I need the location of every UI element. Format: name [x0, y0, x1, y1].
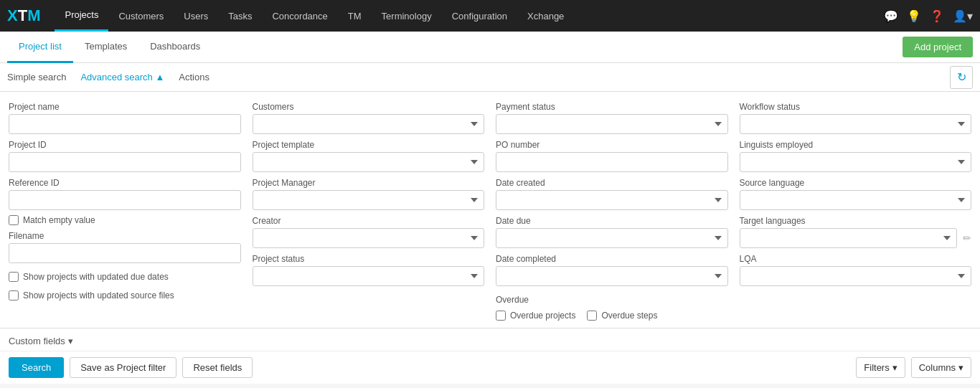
date-created-label: Date created — [496, 178, 728, 188]
simple-search-link[interactable]: Simple search — [7, 72, 66, 82]
tab-dashboards[interactable]: Dashboards — [138, 32, 212, 63]
form-grid: Project name Project ID Reference ID Mat… — [9, 102, 971, 321]
lightbulb-icon[interactable]: 💡 — [907, 9, 921, 23]
nav-item-tm[interactable]: TM — [338, 0, 372, 32]
nav-items: Projects Customers Users Tasks Concordan… — [55, 0, 884, 32]
po-number-input[interactable] — [496, 152, 728, 172]
updated-due-dates-checkbox[interactable] — [9, 272, 19, 282]
top-nav: XTM Projects Customers Users Tasks Conco… — [0, 0, 980, 32]
project-id-input[interactable] — [9, 152, 241, 172]
reset-fields-button[interactable]: Reset fields — [182, 357, 253, 378]
payment-status-label: Payment status — [496, 102, 728, 112]
advanced-search-panel: Project name Project ID Reference ID Mat… — [0, 92, 980, 328]
column-2: Customers Project template Project Manag… — [253, 102, 485, 321]
workflow-status-select[interactable] — [740, 114, 972, 134]
nav-item-customers[interactable]: Customers — [108, 0, 174, 32]
bottom-actions: Search Save as Project filter Reset fiel… — [0, 351, 980, 384]
custom-fields-button[interactable]: Custom fields ▾ — [9, 336, 73, 346]
lqa-group: LQA — [740, 254, 972, 286]
project-status-select[interactable] — [253, 266, 485, 286]
workflow-status-label: Workflow status — [740, 102, 972, 112]
add-project-button[interactable]: Add project — [903, 37, 973, 57]
customers-select[interactable] — [253, 114, 485, 134]
bottom-right: Filters ▾ Columns ▾ — [856, 357, 971, 378]
target-languages-group: Target languages ✏ — [740, 216, 972, 248]
filters-button[interactable]: Filters ▾ — [856, 357, 905, 378]
lqa-label: LQA — [740, 254, 972, 264]
date-created-select[interactable] — [496, 190, 728, 210]
target-languages-select[interactable] — [740, 228, 958, 248]
nav-item-configuration[interactable]: Configuration — [442, 0, 517, 32]
source-language-select[interactable] — [740, 190, 972, 210]
nav-item-terminology[interactable]: Terminology — [372, 0, 442, 32]
reference-id-label: Reference ID — [9, 178, 241, 188]
refresh-button[interactable]: ↻ — [950, 66, 973, 89]
nav-item-xchange[interactable]: Xchange — [517, 0, 574, 32]
chat-icon[interactable]: 💬 — [884, 9, 898, 23]
updated-source-files-row[interactable]: Show projects with updated source files — [9, 290, 241, 301]
project-name-group: Project name — [9, 102, 241, 134]
overdue-section: Overdue Overdue projects Overdue steps — [496, 295, 728, 321]
help-icon[interactable]: ❓ — [930, 9, 944, 23]
overdue-steps-checkbox[interactable] — [587, 311, 597, 321]
overdue-projects-label: Overdue projects — [510, 311, 575, 321]
filters-chevron-icon: ▾ — [892, 362, 897, 373]
project-status-label: Project status — [253, 254, 485, 264]
project-manager-label: Project Manager — [253, 178, 485, 188]
project-id-label: Project ID — [9, 140, 241, 150]
nav-item-tasks[interactable]: Tasks — [218, 0, 262, 32]
advanced-search-link[interactable]: Advanced search ▲ — [80, 72, 164, 82]
creator-select[interactable] — [253, 228, 485, 248]
columns-label: Columns — [919, 362, 956, 373]
overdue-steps-label: Overdue steps — [601, 311, 657, 321]
tab-templates[interactable]: Templates — [73, 32, 138, 63]
user-avatar[interactable]: 👤▾ — [953, 9, 973, 23]
columns-chevron-icon: ▾ — [958, 362, 963, 373]
tab-project-list[interactable]: Project list — [7, 32, 73, 63]
project-name-label: Project name — [9, 102, 241, 112]
date-completed-group: Date completed — [496, 254, 728, 286]
match-empty-row[interactable]: Match empty value — [9, 215, 241, 225]
edit-icon[interactable]: ✏ — [963, 232, 971, 244]
nav-right: 💬 💡 ❓ 👤▾ — [884, 9, 973, 23]
overdue-projects-checkbox[interactable] — [496, 311, 506, 321]
lqa-select[interactable] — [740, 266, 972, 286]
updated-due-dates-row[interactable]: Show projects with updated due dates — [9, 272, 241, 282]
source-language-group: Source language — [740, 178, 972, 210]
project-template-select[interactable] — [253, 152, 485, 172]
linguists-employed-group: Linguists employed — [740, 140, 972, 172]
nav-item-concordance[interactable]: Concordance — [262, 0, 337, 32]
save-filter-button[interactable]: Save as Project filter — [70, 357, 176, 378]
project-id-group: Project ID — [9, 140, 241, 172]
workflow-status-group: Workflow status — [740, 102, 972, 134]
columns-button[interactable]: Columns ▾ — [911, 357, 971, 378]
reference-id-group: Reference ID Match empty value — [9, 178, 241, 225]
project-manager-select[interactable] — [253, 190, 485, 210]
target-languages-label: Target languages — [740, 216, 972, 226]
filename-input[interactable] — [9, 243, 241, 263]
payment-status-select[interactable] — [496, 114, 728, 134]
updated-source-files-checkbox[interactable] — [9, 290, 19, 301]
nav-item-users[interactable]: Users — [174, 0, 218, 32]
linguists-employed-label: Linguists employed — [740, 140, 972, 150]
project-template-group: Project template — [253, 140, 485, 172]
overdue-steps-row[interactable]: Overdue steps — [587, 311, 657, 321]
custom-fields-row: Custom fields ▾ — [0, 328, 980, 351]
date-completed-select[interactable] — [496, 266, 728, 286]
customers-group: Customers — [253, 102, 485, 134]
nav-item-projects[interactable]: Projects — [55, 0, 108, 32]
date-due-select[interactable] — [496, 228, 728, 248]
project-manager-group: Project Manager — [253, 178, 485, 210]
match-empty-checkbox[interactable] — [9, 215, 19, 225]
updated-source-files-label: Show projects with updated source files — [23, 290, 174, 301]
search-button[interactable]: Search — [9, 357, 64, 378]
date-created-group: Date created — [496, 178, 728, 210]
date-due-label: Date due — [496, 216, 728, 226]
reference-id-input[interactable] — [9, 190, 241, 210]
creator-label: Creator — [253, 216, 485, 226]
linguists-employed-select[interactable] — [740, 152, 972, 172]
actions-link[interactable]: Actions — [179, 72, 209, 82]
overdue-projects-row[interactable]: Overdue projects — [496, 311, 575, 321]
column-4: Workflow status Linguists employed Sourc… — [740, 102, 972, 321]
project-name-input[interactable] — [9, 114, 241, 134]
